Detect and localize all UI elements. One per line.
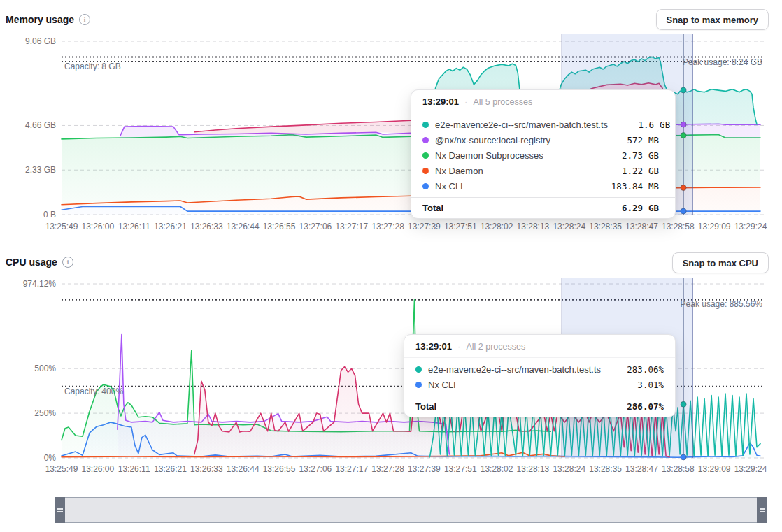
y-axis-tick: 500% [0,364,56,373]
series-color-dot [422,183,429,189]
series-color-dot [422,122,429,128]
tooltip-row: Nx CLI3.01% [404,377,675,392]
process-value: 572 [606,135,643,145]
series-color-dot [422,168,429,174]
tooltip-total-unit: % [658,401,664,412]
hover-dot [681,401,686,407]
tooltip-header: 13:29:01 · All 5 processes [411,90,675,113]
process-value: 283.06 [622,364,658,375]
tooltip-total-unit: GB [648,203,664,213]
process-name: Nx CLI [428,380,622,390]
process-name: Nx Daemon [435,166,606,176]
y-axis-tick: 974.12% [0,279,56,289]
process-unit: GB [648,150,664,161]
tooltip-row: e2e-maven:e2e-ci--src/maven-batch.test.t… [404,361,675,377]
process-profiler-view: Memory usage i Snap to max memory CPU us… [0,0,782,532]
tooltip-total-label: Total [415,401,622,412]
tooltip-separator: · [464,96,467,107]
series-color-dot [415,366,422,373]
process-name: e2e-maven:e2e-ci--src/maven-batch.test.t… [435,120,618,130]
process-unit: % [658,380,664,390]
tooltip-row: @nx/nx-source:local-registry572MB [411,132,675,148]
tooltip-total-row: Total 286.07 % [404,396,675,417]
memory-hover-tooltip: 13:29:01 · All 5 processes e2e-maven:e2e… [411,89,676,219]
tooltip-process-count: All 5 processes [473,97,532,107]
process-value: 2.73 [606,150,643,161]
process-unit: MB [648,181,664,192]
memory-capacity-label: Capacity: 8 GB [64,62,121,71]
tooltip-time: 13:29:01 [422,96,459,107]
hover-dot [681,133,686,138]
hover-dot [681,185,686,191]
y-axis-tick: 0% [0,453,56,463]
cpu-capacity-label: Capacity: 400% [64,387,123,396]
tooltip-row: Nx Daemon Subprocesses2.73GB [411,148,675,163]
tooltip-separator: · [457,341,460,352]
process-value: 1.22 [606,166,643,176]
process-value: 183.84 [606,181,643,192]
charts-canvas[interactable] [0,0,782,532]
y-axis-tick: 2.33 GB [0,165,56,175]
hover-dot [681,454,686,460]
hover-dot [681,87,686,93]
tooltip-total-label: Total [422,203,606,213]
y-axis-tick: 250% [0,408,56,418]
tooltip-header: 13:29:01 · All 2 processes [404,335,675,358]
process-value: 3.01 [622,380,658,390]
time-range-brush[interactable] [55,497,767,523]
process-unit: MB [648,135,664,145]
tooltip-total-value: 6.29 [606,203,643,213]
process-value: 1.6 [618,120,654,130]
x-axis-tick: 13:29:24 [719,464,782,474]
tooltip-process-count: All 2 processes [466,342,525,352]
hover-dot [681,208,686,214]
tooltip-total-value: 286.07 [622,401,658,412]
process-name: Nx CLI [435,181,606,192]
process-unit: % [658,364,664,375]
tooltip-row: Nx CLI183.84MB [411,178,675,194]
process-unit: GB [648,166,664,176]
tooltip-total-row: Total 6.29 GB [411,197,675,218]
brush-handle-left[interactable] [55,497,65,523]
hover-dot [681,122,686,127]
y-axis-tick: 9.06 GB [0,36,56,46]
process-name: @nx/nx-source:local-registry [435,135,606,145]
process-name: e2e-maven:e2e-ci--src/maven-batch.test.t… [428,364,622,375]
series-color-dot [422,152,429,159]
series-color-dot [422,137,429,143]
process-unit: GB [660,120,670,130]
y-axis-tick: 4.66 GB [0,120,56,130]
process-name: Nx Daemon Subprocesses [435,150,606,161]
cpu-peak-label: Peak usage: 885.56% [681,299,762,309]
series-color-dot [415,382,422,388]
tooltip-row: e2e-maven:e2e-ci--src/maven-batch.test.t… [411,117,675,132]
cpu-hover-tooltip: 13:29:01 · All 2 processes e2e-maven:e2e… [404,334,676,417]
tooltip-time: 13:29:01 [415,341,452,352]
tooltip-row: Nx Daemon1.22GB [411,163,675,178]
x-axis-tick: 13:29:24 [719,222,782,231]
y-axis-tick: 0 B [0,210,56,220]
brush-handle-right[interactable] [757,497,767,523]
memory-peak-label: Peak usage: 8.24 GB [683,57,762,67]
